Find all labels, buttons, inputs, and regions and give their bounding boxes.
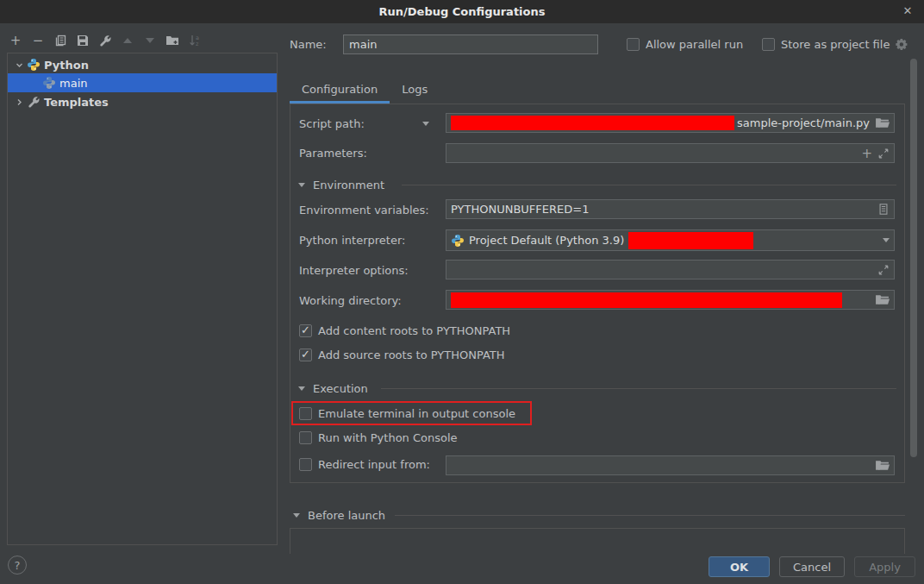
sort-alphabetically-button[interactable]: az [188,34,202,47]
python-icon [42,76,56,90]
environment-section-header[interactable]: Environment [298,179,384,192]
checkbox-box[interactable] [299,458,312,471]
section-divider [381,388,896,389]
checkbox-box[interactable] [299,324,312,337]
config-tabs: Configuration Logs [290,78,440,104]
add-source-roots-checkbox[interactable]: Add source roots to PYTHONPATH [299,349,505,361]
script-path-label: Script path: [299,117,365,130]
expand-icon[interactable] [877,148,890,160]
run-debug-configurations-dialog: Run/Debug Configurations ✕ + − az Python [0,0,924,584]
store-as-project-file-checkbox[interactable]: Store as project file [762,38,908,51]
tree-item-templates[interactable]: Templates [8,92,277,111]
interpreter-options-field[interactable] [446,260,895,279]
tree-item-main[interactable]: main [8,73,277,92]
chevron-right-icon[interactable] [15,97,23,106]
checkbox-label: Run with Python Console [318,431,458,444]
redirect-input-checkbox[interactable]: Redirect input from: [299,458,430,471]
remove-configuration-button[interactable]: − [31,34,45,47]
python-interpreter-combobox[interactable]: Project Default (Python 3.9) [446,229,895,251]
environment-variables-label: Environment variables: [299,204,429,217]
list-icon[interactable] [877,203,890,216]
add-configuration-button[interactable]: + [9,34,22,47]
working-directory-field[interactable] [446,290,895,310]
working-directory-label: Working directory: [299,294,402,307]
emulate-terminal-checkbox[interactable]: Emulate terminal in output console [299,407,515,420]
expand-icon[interactable] [877,264,890,276]
open-folder-icon[interactable] [875,116,890,129]
parameters-field[interactable]: + [446,143,895,163]
edit-templates-button[interactable] [98,34,112,47]
move-up-button[interactable] [121,34,134,47]
open-folder-icon[interactable] [875,459,890,472]
chevron-down-icon[interactable] [15,60,23,69]
allow-parallel-run-checkbox[interactable]: Allow parallel run [627,38,743,51]
python-interpreter-label: Python interpreter: [299,234,405,247]
section-label: Environment [313,179,384,192]
redirect-input-field[interactable] [446,455,895,475]
section-label: Before launch [308,509,385,522]
tree-item-label: main [59,77,87,90]
environment-variables-field[interactable]: PYTHONUNBUFFERED=1 [446,199,895,219]
plus-icon: + [10,33,22,48]
svg-text:z: z [196,41,199,47]
redacted-region [451,116,734,130]
wrench-icon [27,95,41,109]
new-folder-button[interactable] [165,34,179,47]
run-with-python-console-checkbox[interactable]: Run with Python Console [299,431,458,444]
python-icon [451,234,465,248]
ok-button[interactable]: OK [709,556,770,577]
script-path-field[interactable]: sample-project/main.py [446,113,895,133]
move-down-button[interactable] [143,34,157,47]
wrench-icon [98,34,112,47]
name-input[interactable] [343,35,598,54]
cancel-button[interactable]: Cancel [779,556,845,577]
section-divider [402,185,896,185]
parameters-label: Parameters: [299,147,367,160]
sort-az-icon: az [188,34,202,47]
tab-logs[interactable]: Logs [390,78,440,104]
interpreter-options-label: Interpreter options: [299,264,409,277]
checkbox-label: Add content roots to PYTHONPATH [318,324,510,337]
script-path-value: sample-project/main.py [737,116,870,129]
plus-icon[interactable]: + [861,146,872,161]
section-label: Execution [313,382,368,395]
checkbox-label: Store as project file [781,38,890,51]
copy-configuration-button[interactable] [53,34,67,47]
python-interpreter-value: Project Default (Python 3.9) [469,234,624,247]
vertical-scrollbar[interactable] [910,59,917,457]
tree-item-label: Python [44,59,89,72]
execution-section-header[interactable]: Execution [298,382,368,395]
section-divider [395,515,905,516]
dialog-title: Run/Debug Configurations [379,5,546,18]
redacted-region [451,292,842,308]
tree-item-python[interactable]: Python [8,55,277,74]
dialog-titlebar: Run/Debug Configurations ✕ [0,0,924,23]
save-configuration-button[interactable] [76,34,90,47]
folder-plus-icon [165,34,179,47]
python-icon [27,58,41,72]
apply-button[interactable]: Apply [854,556,915,577]
checkbox-box[interactable] [299,349,312,361]
checkbox-label: Emulate terminal in output console [318,407,515,420]
checkbox-box[interactable] [762,38,775,51]
checkbox-label: Allow parallel run [646,38,743,51]
checkbox-box[interactable] [299,407,312,420]
tree-item-label: Templates [44,96,109,109]
checkbox-box[interactable] [627,38,640,51]
add-content-roots-checkbox[interactable]: Add content roots to PYTHONPATH [299,324,510,337]
close-icon[interactable]: ✕ [900,3,915,19]
before-launch-panel [290,528,905,554]
chevron-down-icon[interactable] [883,238,890,242]
gear-icon[interactable] [896,38,908,51]
open-folder-icon[interactable] [875,293,890,306]
checkbox-box[interactable] [299,431,312,444]
before-launch-section-header[interactable]: Before launch [293,509,385,522]
collapse-triangle-icon [298,183,305,187]
environment-variables-value: PYTHONUNBUFFERED=1 [451,203,589,216]
help-button[interactable]: ? [8,556,27,575]
chevron-down-icon[interactable] [422,122,429,126]
redacted-region [628,232,753,249]
save-icon [76,34,90,47]
tab-configuration[interactable]: Configuration [290,78,390,104]
down-arrow-icon [146,38,154,43]
